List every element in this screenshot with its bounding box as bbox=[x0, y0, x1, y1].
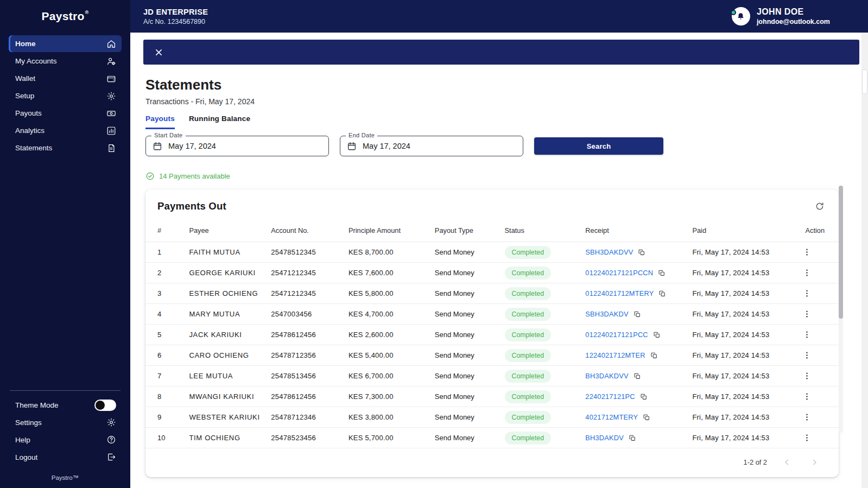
payments-available-text: 14 Payments available bbox=[159, 172, 230, 180]
table-row[interactable]: 7 LEE MUTUA 25478513456 KES 6,700.00 Sen… bbox=[145, 366, 839, 386]
sidebar-item-my-accounts[interactable]: My Accounts bbox=[9, 53, 122, 69]
copy-icon[interactable] bbox=[633, 310, 641, 318]
pagination: 1-2 of 2 bbox=[145, 448, 839, 477]
kebab-menu-icon[interactable] bbox=[799, 246, 815, 258]
settings-label: Settings bbox=[15, 419, 42, 427]
kebab-menu-icon[interactable] bbox=[799, 432, 815, 443]
receipt-link[interactable]: 01224021712MTERY bbox=[585, 289, 654, 297]
sidebar-item-label: Setup bbox=[15, 92, 34, 100]
payments-out-card: Payments Out # bbox=[145, 189, 839, 477]
brand-logo: Paystro® bbox=[0, 0, 130, 33]
bar-chart-icon bbox=[106, 126, 116, 136]
receipt-cell: SBH3DAKDV bbox=[585, 310, 683, 318]
copy-icon[interactable] bbox=[653, 331, 661, 339]
kebab-menu-icon[interactable] bbox=[799, 411, 815, 423]
copy-icon[interactable] bbox=[650, 352, 658, 359]
table-scrollbar-track[interactable] bbox=[839, 186, 843, 433]
start-date-field[interactable]: Start Date May 17, 2024 bbox=[145, 136, 329, 156]
copy-icon[interactable] bbox=[643, 414, 650, 421]
chevron-left-icon[interactable] bbox=[781, 457, 793, 468]
table-row[interactable]: 10 TIM OCHIENG 25478523456 KES 5,700.00 … bbox=[145, 428, 839, 448]
end-date-label: End Date bbox=[346, 132, 377, 138]
copy-icon[interactable] bbox=[658, 269, 666, 277]
receipt-link[interactable]: BH3DAKDV bbox=[585, 434, 624, 442]
row-number: 9 bbox=[145, 407, 185, 428]
theme-mode-toggle[interactable] bbox=[94, 400, 116, 411]
receipt-link[interactable]: BH3DAKDVV bbox=[585, 372, 628, 380]
table-row[interactable]: 9 WEBSTER KARIUKI 25478712346 KES 3,800.… bbox=[145, 407, 839, 428]
copy-icon[interactable] bbox=[633, 372, 641, 380]
table-row[interactable]: 1 FAITH MUTUA 25478512345 KES 8,700.00 S… bbox=[145, 242, 839, 263]
end-date-value: May 17, 2024 bbox=[363, 142, 410, 150]
chevron-right-icon[interactable] bbox=[809, 457, 820, 468]
page-scrollbar-track[interactable] bbox=[861, 33, 868, 488]
search-button[interactable]: Search bbox=[534, 137, 663, 155]
table-scrollbar-thumb[interactable] bbox=[839, 186, 843, 319]
notification-banner bbox=[143, 40, 859, 65]
tab-payouts[interactable]: Payouts bbox=[145, 115, 175, 129]
table-row[interactable]: 2 GEORGE KARIUKI 25471212345 KES 7,600.0… bbox=[145, 263, 839, 283]
sidebar-item-label: My Accounts bbox=[15, 57, 57, 65]
kebab-menu-icon[interactable] bbox=[799, 308, 815, 320]
user-email: johndoe@outlook.com bbox=[757, 18, 830, 26]
payout-type: Send Money bbox=[430, 325, 500, 345]
copy-icon[interactable] bbox=[638, 249, 645, 256]
col-header-action: Action bbox=[795, 221, 839, 242]
payee-name: GEORGE KARIUKI bbox=[185, 263, 267, 283]
table-row[interactable]: 8 MWANGI KARIUKI 25478612456 KES 7,300.0… bbox=[145, 386, 839, 407]
status-badge: Completed bbox=[505, 308, 551, 321]
copy-icon[interactable] bbox=[658, 290, 666, 297]
calendar-icon bbox=[347, 141, 357, 151]
check-circle-icon bbox=[145, 172, 155, 181]
receipt-link[interactable]: 012240217121PCC bbox=[585, 331, 648, 339]
payee-name: CARO OCHIENG bbox=[185, 345, 267, 366]
kebab-menu-icon[interactable] bbox=[799, 267, 815, 278]
receipt-link[interactable]: 012240217121PCCN bbox=[585, 269, 653, 277]
sidebar-item-setup[interactable]: Setup bbox=[9, 87, 122, 104]
sidebar-item-analytics[interactable]: Analytics bbox=[9, 122, 122, 139]
sidebar-item-wallet[interactable]: Wallet bbox=[9, 70, 122, 87]
payee-name: MARY MUTUA bbox=[185, 304, 267, 325]
payee-name: MWANGI KARIUKI bbox=[185, 386, 267, 407]
sidebar-item-help[interactable]: Help bbox=[9, 431, 122, 448]
table-row[interactable]: 3 ESTHER OCHIENG 25471212345 KES 5,800.0… bbox=[145, 283, 839, 304]
receipt-link[interactable]: 1224021712MTER bbox=[585, 351, 645, 359]
copy-icon[interactable] bbox=[629, 434, 636, 442]
table-row[interactable]: 5 JACK KARIUKI 25478612456 KES 2,600.00 … bbox=[145, 325, 839, 345]
kebab-menu-icon[interactable] bbox=[799, 391, 815, 402]
kebab-menu-icon[interactable] bbox=[799, 288, 815, 299]
refresh-icon[interactable] bbox=[813, 199, 827, 213]
paid-timestamp: Fri, May 17, 2024 14:53 bbox=[688, 242, 794, 263]
page-scrollbar-thumb[interactable] bbox=[862, 69, 867, 94]
kebab-menu-icon[interactable] bbox=[799, 370, 815, 382]
receipt-link[interactable]: 4021712MTERY bbox=[585, 413, 638, 421]
start-date-label: Start Date bbox=[151, 132, 186, 138]
sidebar-item-home[interactable]: Home bbox=[9, 35, 122, 52]
payee-name: WEBSTER KARIUKI bbox=[185, 407, 267, 428]
receipt-link[interactable]: SBH3DAKDV bbox=[585, 310, 628, 318]
sidebar-item-statements[interactable]: Statements bbox=[9, 140, 122, 156]
payout-type: Send Money bbox=[430, 242, 500, 263]
status-badge: Completed bbox=[505, 432, 551, 445]
table-row[interactable]: 6 CARO OCHIENG 25478712356 KES 5,400.00 … bbox=[145, 345, 839, 366]
row-number: 8 bbox=[145, 386, 185, 407]
table-row[interactable]: 4 MARY MUTUA 2547003456 KES 4,700.00 Sen… bbox=[145, 304, 839, 325]
close-icon[interactable] bbox=[152, 46, 166, 59]
receipt-cell: 1224021712MTER bbox=[585, 351, 683, 359]
receipt-link[interactable]: 2240217121PC bbox=[585, 392, 635, 401]
sidebar-item-label: Statements bbox=[15, 144, 52, 152]
sidebar-item-payouts[interactable]: Payouts bbox=[9, 105, 122, 122]
notifications-button[interactable] bbox=[732, 7, 750, 26]
kebab-menu-icon[interactable] bbox=[799, 329, 815, 340]
sidebar-item-logout[interactable]: Logout bbox=[9, 448, 122, 466]
end-date-field[interactable]: End Date May 17, 2024 bbox=[340, 136, 523, 156]
kebab-menu-icon[interactable] bbox=[799, 350, 815, 361]
payments-available-note: 14 Payments available bbox=[145, 172, 839, 181]
notification-dot bbox=[731, 10, 736, 15]
tab-running-balance[interactable]: Running Balance bbox=[189, 115, 250, 129]
copy-icon[interactable] bbox=[640, 393, 648, 401]
payout-type: Send Money bbox=[430, 304, 500, 325]
sidebar-item-settings[interactable]: Settings bbox=[9, 414, 122, 431]
account-number: 25478512345 bbox=[267, 242, 344, 263]
receipt-link[interactable]: SBH3DAKDVV bbox=[585, 248, 633, 256]
